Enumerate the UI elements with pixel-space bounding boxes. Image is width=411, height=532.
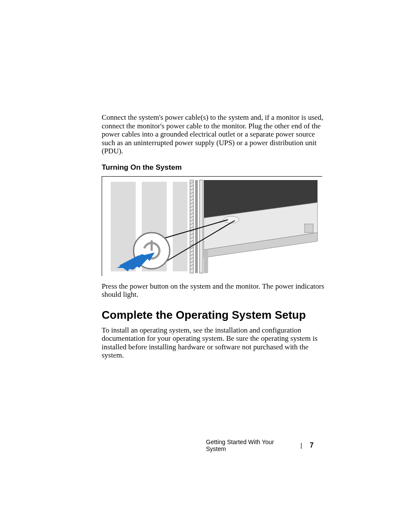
- svg-rect-3: [173, 182, 187, 271]
- footer-separator: |: [300, 442, 302, 449]
- power-button-illustration-icon: [102, 177, 323, 277]
- svg-rect-1: [111, 182, 136, 271]
- footer-page-number: 7: [310, 442, 314, 449]
- figure-power-button: [102, 176, 322, 276]
- subheading-turning-on: Turning On the System: [102, 163, 328, 172]
- paragraph-os-install: To install an operating system, see the …: [102, 326, 328, 360]
- paragraph-press-power: Press the power button on the system and…: [102, 282, 328, 299]
- svg-rect-32: [199, 180, 203, 273]
- content-column: Connect the system's power cable(s) to t…: [102, 113, 328, 366]
- svg-rect-36: [204, 250, 208, 273]
- footer-section-title: Getting Started With Your System: [206, 439, 293, 452]
- paragraph-power-cable: Connect the system's power cable(s) to t…: [102, 113, 328, 156]
- svg-rect-38: [305, 224, 313, 233]
- svg-rect-31: [195, 180, 198, 273]
- document-page: Connect the system's power cable(s) to t…: [0, 0, 411, 532]
- heading-complete-os-setup: Complete the Operating System Setup: [102, 308, 328, 322]
- page-footer: Getting Started With Your System | 7: [206, 439, 314, 452]
